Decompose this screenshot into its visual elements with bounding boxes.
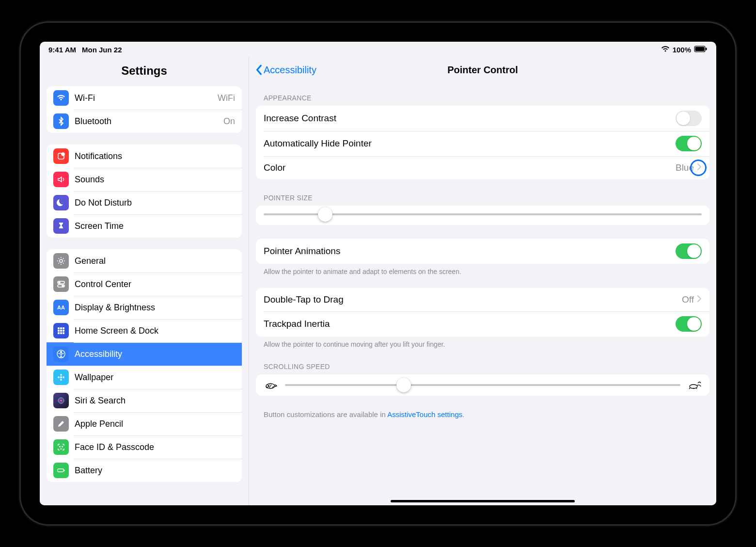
siri-icon [53, 393, 69, 408]
row-trackpad-inertia[interactable]: Trackpad Inertia [256, 311, 709, 337]
row-label: Color [264, 162, 676, 173]
row-label: Double-Tap to Drag [264, 294, 682, 305]
svg-rect-11 [58, 327, 60, 329]
svg-point-30 [60, 446, 61, 447]
sidebar-item-label: Bluetooth [75, 116, 223, 127]
svg-point-35 [690, 385, 697, 388]
svg-rect-32 [58, 469, 63, 472]
rabbit-icon [687, 380, 702, 390]
back-button[interactable]: Accessibility [251, 64, 321, 76]
bluetooth-icon [53, 113, 69, 129]
chevron-right-icon [697, 163, 702, 173]
sidebar-item-general[interactable]: General [47, 249, 242, 273]
flower-icon [53, 370, 69, 385]
appearance-group: Increase Contrast Automatically Hide Poi… [256, 106, 709, 179]
sidebar-title: Settings [40, 57, 249, 86]
sidebar-item-label: Home Screen & Dock [75, 326, 235, 336]
sidebar-item-label: Display & Brightness [75, 303, 235, 313]
sidebar-item-screentime[interactable]: Screen Time [47, 214, 242, 238]
sidebar-item-bluetooth[interactable]: Bluetooth On [47, 110, 242, 133]
sidebar-item-siri[interactable]: Siri & Search [47, 389, 242, 412]
sidebar-item-controlcenter[interactable]: Control Center [47, 273, 242, 296]
sidebar-item-label: Siri & Search [75, 396, 235, 406]
svg-point-24 [60, 379, 62, 381]
settings-sidebar: Settings Wi-Fi WiFi Bluetooth On [40, 57, 249, 505]
sidebar-item-wallpaper[interactable]: Wallpaper [47, 366, 242, 389]
assistive-note: Button customizations are available in A… [249, 396, 716, 433]
sidebar-group-notifications: Notifications Sounds Do Not Disturb Scre… [47, 145, 242, 238]
sidebar-item-value: On [223, 116, 235, 127]
wifi-icon [53, 90, 69, 106]
sidebar-item-accessibility[interactable]: Accessibility [47, 342, 242, 366]
switches-icon [53, 276, 69, 292]
svg-rect-15 [60, 330, 62, 332]
svg-rect-1 [695, 47, 705, 51]
row-increase-contrast[interactable]: Increase Contrast [256, 106, 709, 131]
sidebar-group-general: General Control Center AA Display & Brig… [47, 249, 242, 482]
sidebar-item-label: Wi-Fi [75, 93, 218, 103]
svg-point-21 [61, 352, 62, 353]
sidebar-item-value: WiFi [218, 93, 235, 103]
pointer-size-group [256, 206, 709, 225]
sidebar-item-sounds[interactable]: Sounds [47, 168, 242, 191]
sidebar-item-label: Face ID & Passcode [75, 442, 235, 452]
svg-point-7 [59, 282, 60, 283]
sidebar-item-notifications[interactable]: Notifications [47, 145, 242, 168]
gear-icon [53, 253, 69, 269]
section-header-pointersize: POINTER SIZE [249, 179, 716, 206]
assistivetouch-link[interactable]: AssistiveTouch settings [387, 410, 462, 418]
row-double-tap[interactable]: Double-Tap to Drag Off [256, 288, 709, 311]
grid-icon [53, 323, 69, 338]
trackpad-group: Double-Tap to Drag Off Trackpad Inertia [256, 288, 709, 337]
status-battery-pct: 100% [673, 46, 691, 54]
pencil-icon [53, 416, 69, 432]
row-color[interactable]: Color Blue [256, 156, 709, 179]
sidebar-item-battery[interactable]: Battery [47, 459, 242, 482]
sidebar-item-label: Control Center [75, 279, 235, 290]
svg-point-25 [58, 376, 60, 378]
switch-increase-contrast[interactable] [676, 111, 702, 126]
row-label: Trackpad Inertia [264, 319, 676, 329]
bell-icon [53, 148, 69, 164]
svg-point-9 [62, 285, 63, 287]
svg-point-23 [60, 374, 62, 376]
svg-rect-19 [63, 332, 64, 334]
animations-group: Pointer Animations [256, 239, 709, 264]
sidebar-item-homescreen[interactable]: Home Screen & Dock [47, 319, 242, 342]
svg-point-31 [62, 446, 63, 447]
sidebar-group-network: Wi-Fi WiFi Bluetooth On [47, 86, 242, 133]
back-label: Accessibility [264, 64, 316, 76]
moon-icon [53, 195, 69, 210]
svg-rect-12 [60, 327, 62, 329]
sidebar-item-label: Wallpaper [75, 372, 235, 383]
svg-point-29 [60, 400, 62, 402]
sidebar-item-label: Accessibility [75, 349, 235, 359]
status-bar: 9:41 AM Mon Jun 22 100% [40, 42, 716, 57]
switch-trackpad-inertia[interactable] [676, 316, 702, 332]
sidebar-item-pencil[interactable]: Apple Pencil [47, 412, 242, 435]
svg-rect-17 [58, 332, 60, 334]
detail-panel: Accessibility Pointer Control APPEARANCE… [249, 57, 716, 505]
svg-rect-14 [58, 330, 60, 332]
switch-pointer-animations[interactable] [676, 243, 702, 259]
scroll-speed-slider[interactable] [256, 374, 709, 396]
row-auto-hide[interactable]: Automatically Hide Pointer [256, 131, 709, 156]
section-header-appearance: APPEARANCE [249, 82, 716, 106]
sound-icon [53, 172, 69, 187]
sidebar-item-faceid[interactable]: Face ID & Passcode [47, 435, 242, 459]
home-indicator[interactable] [391, 500, 575, 502]
sidebar-item-label: General [75, 256, 235, 266]
sidebar-item-dnd[interactable]: Do Not Disturb [47, 191, 242, 214]
face-icon [53, 439, 69, 455]
switch-auto-hide[interactable] [676, 136, 702, 151]
svg-rect-16 [63, 330, 64, 332]
battery-icon [694, 46, 708, 54]
row-pointer-animations[interactable]: Pointer Animations [256, 239, 709, 264]
status-date: Mon Jun 22 [82, 46, 122, 54]
sidebar-item-display[interactable]: AA Display & Brightness [47, 296, 242, 319]
svg-point-5 [60, 259, 63, 262]
svg-point-4 [62, 153, 64, 156]
pointer-size-slider[interactable] [256, 206, 709, 225]
sidebar-item-wifi[interactable]: Wi-Fi WiFi [47, 86, 242, 110]
svg-rect-33 [64, 470, 65, 471]
